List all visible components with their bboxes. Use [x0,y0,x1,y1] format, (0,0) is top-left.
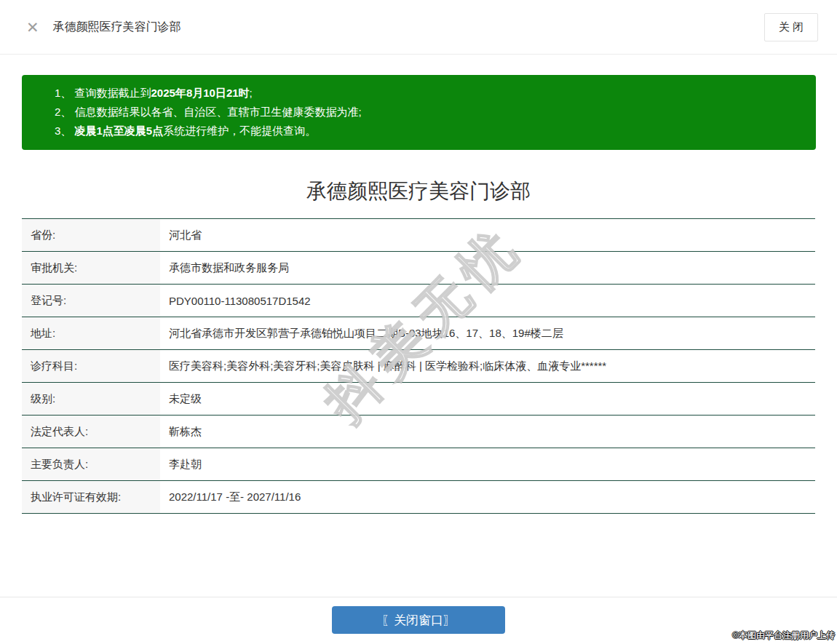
close-window-button[interactable]: 〖关闭窗口〗 [332,606,505,634]
row-label: 省份: [22,219,160,251]
notice-bold-text: 凌晨1点至凌晨5点 [75,124,164,137]
notice-line-1: 1、 查询数据截止到2025年8月10日21时; [55,84,801,103]
table-row-level: 级别: 未定级 [22,383,815,416]
window-header: ✕ 承德颜熙医疗美容门诊部 关 闭 [0,0,837,55]
notice-bold-text: 2025年8月10日21时 [151,87,250,99]
notice-line-3: 3、 凌晨1点至凌晨5点系统进行维护，不能提供查询。 [55,122,801,140]
window-title: 承德颜熙医疗美容门诊部 [53,20,181,35]
info-table: 省份: 河北省 审批机关: 承德市数据和政务服务局 登记号: PDY00110-… [22,218,815,514]
row-value: 河北省 [160,219,815,251]
notice-text: 系统进行维护，不能提供查询。 [163,124,316,137]
table-row-main-person-in-charge: 主要负责人: 李赴朝 [22,448,815,481]
row-label: 登记号: [22,285,160,317]
row-label: 执业许可证有效期: [22,481,160,513]
notice-line-2: 2、 信息数据结果以各省、自治区、直辖市卫生健康委数据为准; [55,103,801,122]
row-value: 未定级 [160,383,815,415]
header-close-button[interactable]: 关 闭 [764,13,818,41]
row-label: 主要负责人: [22,448,160,480]
table-row-approval-authority: 审批机关: 承德市数据和政务服务局 [22,252,815,285]
attribution-watermark: ©本图由平台注册用户上传 [732,629,835,642]
row-value: 河北省承德市开发区郭营子承德铂悦山项目二期B-03地块16、17、18、19#楼… [160,317,815,349]
row-label: 审批机关: [22,252,160,284]
row-label: 级别: [22,383,160,415]
row-label: 诊疗科目: [22,350,160,382]
table-row-departments: 诊疗科目: 医疗美容科;美容外科;美容牙科;美容皮肤科 | 麻醉科 | 医学检验… [22,350,815,383]
table-row-address: 地址: 河北省承德市开发区郭营子承德铂悦山项目二期B-03地块16、17、18、… [22,317,815,350]
table-row-registration-number: 登记号: PDY00110-113080517D1542 [22,285,815,317]
page-title: 承德颜熙医疗美容门诊部 [0,178,837,205]
row-value: 2022/11/17 -至- 2027/11/16 [160,481,815,513]
row-value: 承德市数据和政务服务局 [160,252,815,284]
notice-text: ; [250,87,253,99]
row-label: 地址: [22,317,160,349]
table-row-province: 省份: 河北省 [22,219,815,252]
row-value: 医疗美容科;美容外科;美容牙科;美容皮肤科 | 麻醉科 | 医学检验科;临床体液… [160,350,815,382]
notice-banner: 1、 查询数据截止到2025年8月10日21时; 2、 信息数据结果以各省、自治… [22,75,816,150]
row-value: 靳栋杰 [160,416,815,448]
window-footer: 〖关闭窗口〗 [0,597,837,634]
table-row-license-validity: 执业许可证有效期: 2022/11/17 -至- 2027/11/16 [22,481,815,514]
notice-text: 1、 查询数据截止到 [55,87,151,99]
row-value: PDY00110-113080517D1542 [160,285,815,317]
row-label: 法定代表人: [22,416,160,448]
row-value: 李赴朝 [160,448,815,480]
notice-text: 3、 [55,124,75,137]
close-icon[interactable]: ✕ [26,20,39,35]
notice-text: 2、 信息数据结果以各省、自治区、直辖市卫生健康委数据为准; [55,106,362,118]
table-row-legal-representative: 法定代表人: 靳栋杰 [22,416,815,448]
